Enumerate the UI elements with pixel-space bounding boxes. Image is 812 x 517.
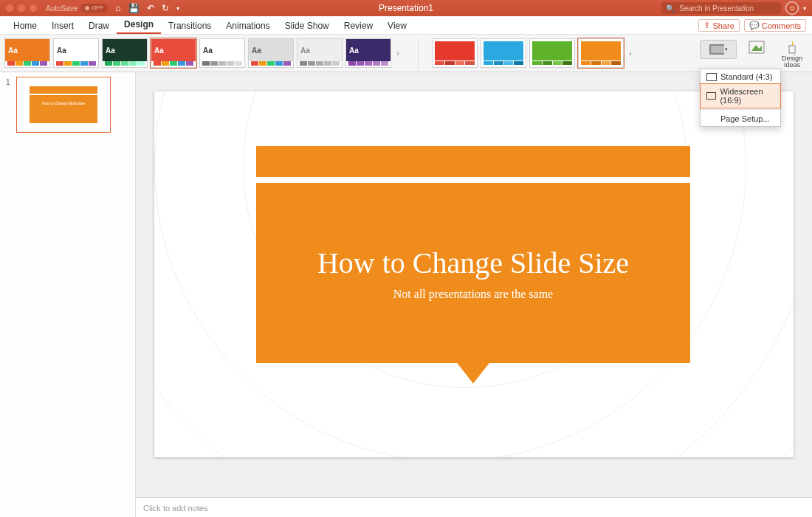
- slide-canvas[interactable]: How to Change Slide Size Not all present…: [154, 91, 794, 457]
- feedback-icon[interactable]: ☺: [785, 1, 799, 15]
- undo-icon[interactable]: ↶: [147, 3, 154, 13]
- notes-pane[interactable]: Click to add notes: [136, 497, 812, 517]
- menu-page-setup-label: Page Setup...: [720, 114, 770, 123]
- tab-review[interactable]: Review: [337, 18, 380, 34]
- autosave-toggle[interactable]: AutoSave OFF: [46, 4, 108, 13]
- aspect-43-icon: [706, 73, 717, 81]
- canvas-scroll[interactable]: How to Change Slide Size Not all present…: [136, 72, 812, 497]
- design-ribbon: Aa Aa Aa Aa Aa Aa Aa Aa ›: [0, 34, 812, 72]
- tab-home[interactable]: Home: [6, 18, 44, 34]
- theme-thumb-1[interactable]: Aa: [4, 38, 50, 68]
- tab-transitions[interactable]: Transitions: [161, 18, 219, 34]
- ribbon-right-group: ▾ Design Ideas: [700, 38, 808, 69]
- theme-thumb-2[interactable]: Aa: [53, 38, 99, 68]
- save-icon[interactable]: 💾: [128, 3, 140, 13]
- ribbon-tabs: Home Insert Draw Design Transitions Anim…: [0, 16, 812, 34]
- redo-icon[interactable]: ↻: [162, 3, 169, 13]
- menu-widescreen-169[interactable]: Widescreen (16:9): [700, 83, 781, 108]
- variant-2[interactable]: [481, 38, 526, 68]
- theme-thumb-6[interactable]: Aa: [248, 38, 294, 68]
- design-ideas-icon: [782, 40, 802, 55]
- menu-widescreen-label: Widescreen (16:9): [720, 87, 774, 105]
- design-ideas-button[interactable]: Design Ideas: [777, 40, 808, 69]
- autosave-label: AutoSave: [46, 4, 78, 13]
- slide-title[interactable]: How to Change Slide Size: [317, 246, 629, 280]
- variant-3[interactable]: [529, 38, 575, 68]
- variant-4[interactable]: [578, 38, 624, 68]
- workspace: 1 How to Change Slide Size How to Change…: [0, 72, 812, 517]
- close-window-icon[interactable]: [6, 4, 13, 12]
- share-icon: ⇪: [703, 21, 710, 30]
- search-icon: 🔍: [666, 4, 675, 13]
- title-bar: AutoSave OFF ⌂ 💾 ↶ ↻ ▾ Presentation1 🔍 ☺…: [0, 0, 812, 16]
- notes-placeholder: Click to add notes: [143, 504, 207, 513]
- format-background-icon: [747, 40, 766, 55]
- thumbnail-title: How to Change Slide Size: [30, 101, 97, 105]
- thumbnail-number: 1: [6, 77, 12, 133]
- account-dropdown-icon[interactable]: ▾: [803, 5, 806, 12]
- svg-rect-1: [711, 46, 724, 53]
- format-background-button[interactable]: [741, 40, 772, 55]
- search-box[interactable]: 🔍: [661, 2, 781, 14]
- menu-separator: [701, 109, 780, 110]
- menu-standard-43[interactable]: Standard (4:3): [701, 69, 780, 84]
- qat-dropdown-icon[interactable]: ▾: [176, 5, 179, 12]
- tab-view[interactable]: View: [380, 18, 414, 34]
- theme-thumb-5[interactable]: Aa: [199, 38, 245, 68]
- slide-thumbnail-panel: 1 How to Change Slide Size: [0, 72, 136, 517]
- title-bar-shape[interactable]: [256, 146, 690, 177]
- design-ideas-label: Design Ideas: [780, 55, 805, 69]
- menu-standard-label: Standard (4:3): [720, 72, 772, 81]
- canvas-area: How to Change Slide Size Not all present…: [136, 72, 812, 517]
- home-icon[interactable]: ⌂: [115, 3, 120, 13]
- tab-design[interactable]: Design: [117, 17, 161, 34]
- share-label: Share: [712, 21, 734, 30]
- svg-rect-3: [789, 46, 795, 53]
- menu-page-setup[interactable]: Page Setup...: [701, 111, 780, 126]
- tab-insert[interactable]: Insert: [44, 18, 81, 34]
- zoom-window-icon[interactable]: [30, 4, 37, 12]
- minimize-window-icon[interactable]: [18, 4, 25, 12]
- aspect-169-icon: [706, 92, 716, 100]
- theme-thumb-4[interactable]: Aa: [151, 38, 196, 68]
- theme-thumb-8[interactable]: Aa: [345, 38, 391, 68]
- thumbnail-row: 1 How to Change Slide Size: [0, 77, 135, 133]
- share-button[interactable]: ⇪ Share: [698, 19, 739, 32]
- comments-label: Comments: [762, 21, 801, 30]
- slide-thumbnail-1[interactable]: How to Change Slide Size: [16, 77, 111, 133]
- comments-icon: 💬: [749, 21, 760, 30]
- tab-animations[interactable]: Animations: [219, 18, 277, 34]
- window-controls: [6, 4, 37, 12]
- theme-thumb-3[interactable]: Aa: [102, 38, 148, 68]
- slide-subtitle[interactable]: Not all presentations are the same: [393, 288, 553, 301]
- variant-group: ›: [418, 38, 634, 68]
- slide-size-button[interactable]: ▾: [700, 40, 737, 59]
- callout-tail-shape: [457, 363, 489, 384]
- tab-draw[interactable]: Draw: [81, 18, 117, 34]
- slide-size-icon: ▾: [709, 42, 728, 57]
- variant-1[interactable]: [432, 38, 478, 68]
- title-callout-shape[interactable]: How to Change Slide Size Not all present…: [256, 183, 690, 363]
- variants-more-icon[interactable]: ›: [627, 49, 634, 58]
- theme-thumb-7[interactable]: Aa: [297, 38, 343, 68]
- tab-slide-show[interactable]: Slide Show: [278, 18, 337, 34]
- comments-button[interactable]: 💬 Comments: [744, 19, 806, 32]
- autosave-state: OFF: [80, 4, 108, 13]
- quick-access-toolbar: ⌂ 💾 ↶ ↻ ▾: [115, 3, 179, 13]
- search-input[interactable]: [678, 4, 777, 13]
- document-title: Presentation1: [379, 3, 433, 13]
- slide-size-menu: Standard (4:3) Widescreen (16:9) Page Se…: [700, 69, 781, 127]
- themes-more-icon[interactable]: ›: [394, 49, 402, 58]
